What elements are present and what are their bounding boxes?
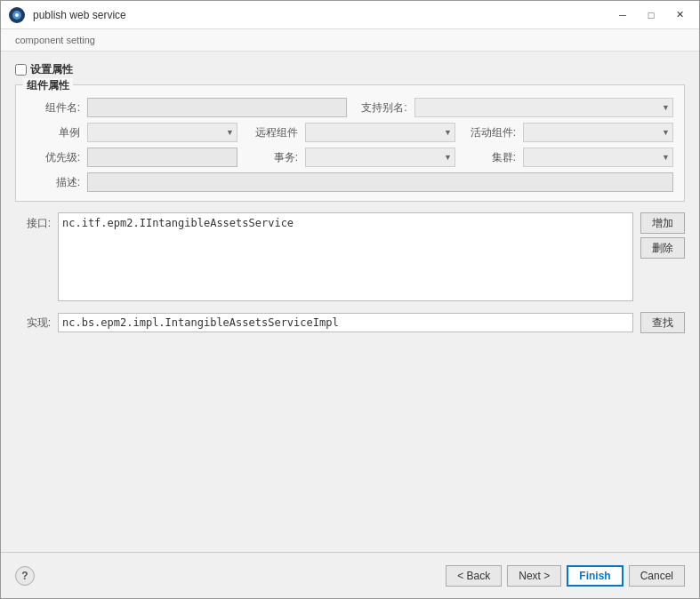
interface-section: 接口: 增加 删除 (15, 212, 685, 301)
subtitle-bar: component setting (1, 29, 699, 52)
desc-input[interactable] (87, 172, 673, 192)
delete-button[interactable]: 删除 (640, 237, 685, 259)
settings-section-header: 设置属性 (15, 62, 685, 77)
finish-button[interactable]: Finish (567, 565, 623, 587)
window-controls: ─ □ ✕ (610, 6, 692, 24)
svg-point-2 (15, 13, 19, 17)
content-area: 设置属性 组件属性 组件名: 支持别名: 单例 远程组件 (1, 52, 699, 552)
cancel-button[interactable]: Cancel (629, 565, 685, 587)
settings-checkbox[interactable] (15, 64, 27, 76)
singleton-label: 单例 (27, 125, 80, 140)
footer-right: < Back Next > Finish Cancel (446, 565, 685, 587)
impl-label: 实现: (15, 315, 51, 331)
form-row-4: 描述: (27, 172, 673, 192)
add-button[interactable]: 增加 (640, 212, 685, 234)
window-title: publish web service (33, 9, 610, 21)
remote-component-select[interactable] (305, 123, 455, 142)
app-icon (8, 6, 26, 24)
find-button[interactable]: 查找 (640, 312, 685, 333)
interface-buttons: 增加 删除 (640, 212, 685, 301)
form-row-2: 单例 远程组件 活动组件: (27, 123, 673, 142)
active-component-wrapper (523, 123, 673, 142)
component-properties-group: 组件属性 组件名: 支持别名: 单例 远程组件 活动组 (15, 84, 685, 202)
desc-label: 描述: (27, 175, 80, 190)
transaction-wrapper (305, 148, 455, 167)
component-name-label: 组件名: (27, 100, 80, 116)
support-alias-label: 支持别名: (354, 100, 407, 116)
impl-input[interactable] (58, 313, 633, 332)
singleton-select[interactable] (87, 123, 237, 142)
priority-label: 优先级: (27, 150, 80, 165)
form-row-1: 组件名: 支持别名: (27, 98, 673, 117)
footer-left: ? (15, 566, 35, 586)
impl-section: 实现: 查找 (15, 312, 685, 333)
singleton-wrapper (87, 123, 237, 142)
form-row-3: 优先级: 事务: 集群: (27, 148, 673, 167)
interface-textarea[interactable] (58, 212, 633, 301)
close-button[interactable]: ✕ (667, 6, 692, 24)
maximize-button[interactable]: □ (639, 6, 664, 24)
active-component-label: 活动组件: (463, 125, 516, 140)
minimize-button[interactable]: ─ (610, 6, 635, 24)
footer: ? < Back Next > Finish Cancel (1, 552, 699, 598)
remote-component-label: 远程组件 (245, 125, 298, 140)
support-alias-wrapper (414, 98, 674, 117)
support-alias-select[interactable] (414, 98, 674, 117)
remote-component-wrapper (305, 123, 455, 142)
transaction-select[interactable] (305, 148, 455, 167)
active-component-select[interactable] (523, 123, 673, 142)
group-title: 组件属性 (23, 78, 73, 93)
back-button[interactable]: < Back (446, 565, 502, 587)
cluster-select[interactable] (523, 148, 673, 167)
settings-checkbox-label[interactable]: 设置属性 (15, 62, 73, 77)
cluster-label: 集群: (463, 150, 516, 165)
main-window: publish web service ─ □ ✕ component sett… (0, 0, 700, 599)
component-name-input[interactable] (87, 98, 347, 117)
priority-input[interactable] (87, 148, 237, 167)
cluster-wrapper (523, 148, 673, 167)
help-button[interactable]: ? (15, 566, 35, 586)
subtitle-text: component setting (15, 35, 95, 45)
next-button[interactable]: Next > (507, 565, 561, 587)
title-bar: publish web service ─ □ ✕ (1, 1, 699, 29)
interface-label: 接口: (15, 212, 51, 301)
transaction-label: 事务: (245, 150, 298, 165)
